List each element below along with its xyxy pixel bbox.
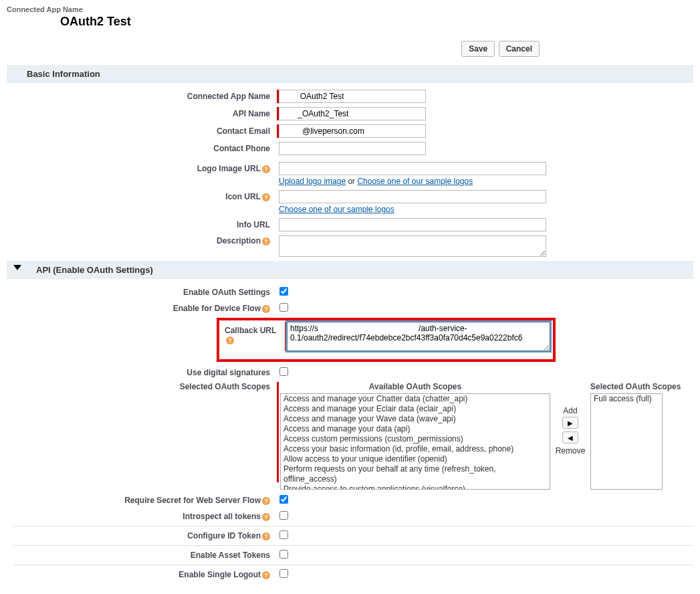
checkbox-require-secret[interactable] xyxy=(279,495,288,504)
scope-item[interactable]: Access and manage your Chatter data (cha… xyxy=(281,394,550,404)
label-icon-url: Icon URL? xyxy=(7,190,277,201)
label-enable-device-flow: Enable for Device Flow? xyxy=(7,302,277,313)
scope-item[interactable]: Access and manage your Wave data (wave_a… xyxy=(281,414,550,424)
remove-scope-button[interactable]: ◀ xyxy=(562,431,578,443)
scope-item[interactable]: Access custom permissions (custom_permis… xyxy=(281,434,550,444)
label-api-name: API Name xyxy=(7,107,277,118)
label-enable-single-logout: Enable Single Logout? xyxy=(7,568,277,579)
label-logo-image-url: Logo Image URL? xyxy=(7,162,277,173)
input-description[interactable] xyxy=(279,235,546,257)
scope-item[interactable]: Access and manage your Eclair data (ecla… xyxy=(281,404,550,414)
label-configure-id-token: Configure ID Token? xyxy=(7,529,277,540)
help-icon[interactable]: ? xyxy=(262,305,270,313)
section-api-enable-oauth[interactable]: API (Enable OAuth Settings) xyxy=(7,261,693,279)
label-introspect-all-tokens: Introspect all tokens? xyxy=(7,510,277,521)
listbox-available-scopes[interactable]: Access and manage your Chatter data (cha… xyxy=(280,393,550,490)
input-info-url[interactable] xyxy=(279,218,546,231)
label-enable-asset-tokens: Enable Asset Tokens xyxy=(7,549,277,560)
checkbox-configure-id-token[interactable] xyxy=(279,530,288,539)
label-contact-email: Contact Email xyxy=(7,124,277,136)
heading-available-scopes: Available OAuth Scopes xyxy=(280,382,550,391)
input-contact-phone[interactable] xyxy=(279,142,426,155)
chevron-down-icon xyxy=(13,265,21,270)
scope-item[interactable]: Access your basic information (id, profi… xyxy=(281,444,550,454)
label-selected-oauth-scopes: Selected OAuth Scopes xyxy=(7,382,277,391)
help-icon[interactable]: ? xyxy=(262,193,270,201)
scope-item[interactable]: Access and manage your data (api) xyxy=(281,424,550,434)
checkbox-use-digital-signatures[interactable] xyxy=(279,367,288,376)
checkbox-enable-single-logout[interactable] xyxy=(279,569,288,578)
input-callback-url[interactable]: https://s /auth-service-0.1/oauth2/redir… xyxy=(287,322,550,351)
text-or: or xyxy=(346,177,357,186)
checkbox-enable-asset-tokens[interactable] xyxy=(279,550,288,559)
label-use-digital-signatures: Use digital signatures xyxy=(7,366,277,377)
callback-url-highlight: Callback URL? https://s /auth-service-0.… xyxy=(217,318,556,362)
label-remove: Remove xyxy=(550,446,590,456)
cancel-button[interactable]: Cancel xyxy=(499,41,540,57)
help-icon[interactable]: ? xyxy=(262,571,270,579)
input-connected-app-name[interactable] xyxy=(279,90,426,103)
label-info-url: Info URL xyxy=(7,218,277,229)
scope-item[interactable]: Provide access to custom applications (v… xyxy=(281,484,550,490)
help-icon[interactable]: ? xyxy=(262,165,270,173)
link-choose-sample-logos[interactable]: Choose one of our sample logos xyxy=(357,177,473,186)
page-title: OAuth2 Test xyxy=(20,15,693,29)
add-scope-button[interactable]: ▶ xyxy=(562,417,578,429)
checkbox-enable-oauth[interactable] xyxy=(279,287,288,296)
scope-item[interactable]: Allow access to your unique identifier (… xyxy=(281,454,550,464)
save-button[interactable]: Save xyxy=(461,41,495,57)
input-icon-url[interactable] xyxy=(279,190,546,203)
heading-selected-scopes: Selected OAuth Scopes xyxy=(590,382,681,391)
label-require-secret: Require Secret for Web Server Flow? xyxy=(7,494,277,505)
scope-item[interactable]: Full access (full) xyxy=(591,394,662,404)
help-icon[interactable]: ? xyxy=(262,237,270,245)
scope-item[interactable]: Perform requests on your behalf at any t… xyxy=(281,464,550,484)
input-logo-image-url[interactable] xyxy=(279,162,546,175)
label-enable-oauth: Enable OAuth Settings xyxy=(7,286,277,297)
breadcrumb: Connected App Name xyxy=(7,5,693,13)
section-basic-information: Basic Information xyxy=(7,65,693,83)
link-upload-logo-image[interactable]: Upload logo image xyxy=(279,177,346,186)
help-icon[interactable]: ? xyxy=(226,336,234,344)
help-icon[interactable]: ? xyxy=(262,497,270,505)
listbox-selected-scopes[interactable]: Full access (full) xyxy=(590,393,663,490)
label-contact-phone: Contact Phone xyxy=(7,142,277,153)
label-callback-url: Callback URL xyxy=(225,326,276,335)
link-choose-sample-logos-icon[interactable]: Choose one of our sample logos xyxy=(279,205,394,214)
help-icon[interactable]: ? xyxy=(262,513,270,521)
checkbox-enable-device-flow[interactable] xyxy=(279,303,288,312)
label-add: Add xyxy=(550,406,590,415)
input-contact-email[interactable] xyxy=(279,124,426,138)
label-description: Description? xyxy=(7,235,277,245)
checkbox-introspect-all-tokens[interactable] xyxy=(279,511,288,520)
input-api-name[interactable] xyxy=(279,107,426,120)
label-connected-app-name: Connected App Name xyxy=(7,90,277,101)
help-icon[interactable]: ? xyxy=(262,532,270,540)
